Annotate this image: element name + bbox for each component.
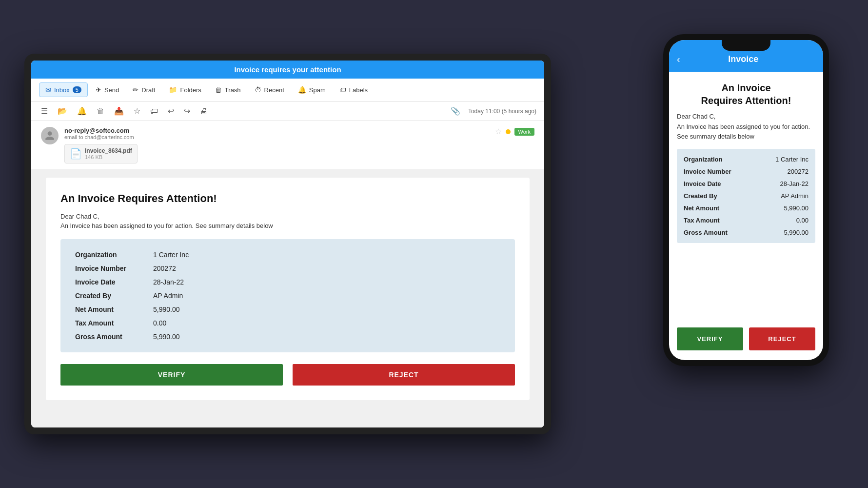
phone-invoice-row-gross: Gross Amount 5,990.00 xyxy=(684,229,809,236)
invoice-row-gross: Gross Amount 5,990.00 xyxy=(75,333,500,341)
phone-back-button[interactable]: ‹ xyxy=(677,54,680,65)
email-content: no-reply@softco.com email to chad@carter… xyxy=(31,121,544,427)
email-body-text: An Invoice has been assigned to you for … xyxy=(60,222,515,229)
label-created: Created By xyxy=(75,292,153,300)
folders-icon: 📁 xyxy=(169,86,177,94)
invoice-row-tax: Tax Amount 0.00 xyxy=(75,319,500,327)
phone-invoice-row-date: Invoice Date 28-Jan-22 xyxy=(684,180,809,187)
label-gross: Gross Amount xyxy=(75,333,153,341)
phone-title: Invoice xyxy=(685,54,802,64)
email-body: An Invoice Requires Attention! Dear Chad… xyxy=(46,178,530,400)
value-date: 28-Jan-22 xyxy=(153,278,184,286)
email-toolbar: ☰ 📂 🔔 🗑 📥 ☆ 🏷 ↩ ↪ 🖨 📎 Today 11:00 (5 hou… xyxy=(31,102,544,121)
draft-icon: ✏ xyxy=(133,86,138,94)
labels-icon: 🏷 xyxy=(339,86,346,94)
reject-button[interactable]: REJECT xyxy=(293,364,515,386)
phone-label-net: Net Amount xyxy=(684,204,719,212)
sender-avatar xyxy=(41,127,59,144)
phone-value-gross: 5,990.00 xyxy=(784,229,809,236)
phone-body-text: An Invoice has been assigned to you for … xyxy=(677,122,815,141)
phone-verify-button[interactable]: VERIFY xyxy=(677,327,743,350)
phone-invoice-row-created: Created By AP Admin xyxy=(684,192,809,200)
phone-label-org: Organization xyxy=(684,156,722,163)
phone-value-org: 1 Carter Inc xyxy=(775,156,809,163)
notification-text: Invoice requires your attention xyxy=(234,65,341,74)
label-number: Invoice Number xyxy=(75,264,153,272)
bell-icon[interactable]: 🔔 xyxy=(75,104,89,118)
spam-icon: 🔔 xyxy=(298,86,306,94)
attachment-icon: 📎 xyxy=(449,104,462,118)
nav-recent[interactable]: ⏱ Recent xyxy=(249,83,290,97)
email-header-row: no-reply@softco.com email to chad@carter… xyxy=(31,121,544,170)
labels-label: Labels xyxy=(349,86,368,94)
phone-label-date: Invoice Date xyxy=(684,180,721,187)
forward-icon[interactable]: ↪ xyxy=(182,104,192,118)
trash-label: Trash xyxy=(225,86,241,94)
tablet-screen: Invoice requires your attention ✉ Inbox … xyxy=(31,61,544,427)
phone-invoice-row-org: Organization 1 Carter Inc xyxy=(684,156,809,163)
value-created: AP Admin xyxy=(153,292,183,300)
send-icon: ✈ xyxy=(96,86,101,94)
nav-send[interactable]: ✈ Send xyxy=(90,83,125,97)
label-org: Organization xyxy=(75,251,153,259)
action-buttons: VERIFY REJECT xyxy=(60,364,515,386)
pdf-icon: 📄 xyxy=(70,148,82,160)
draft-label: Draft xyxy=(141,86,155,94)
spam-label: Spam xyxy=(309,86,326,94)
phone-greeting: Dear Chad C, xyxy=(677,113,815,120)
scene: Invoice requires your attention ✉ Inbox … xyxy=(0,0,868,488)
invoice-row-number: Invoice Number 200272 xyxy=(75,264,500,272)
delete-icon[interactable]: 🗑 xyxy=(95,105,106,118)
phone-invoice-table: Organization 1 Carter Inc Invoice Number… xyxy=(677,149,815,243)
print-icon[interactable]: 🖨 xyxy=(198,105,210,118)
menu-icon[interactable]: ☰ xyxy=(39,104,50,118)
folder-icon[interactable]: 📂 xyxy=(56,104,69,118)
phone-screen: ‹ Invoice An InvoiceRequires Attention! … xyxy=(669,40,823,360)
phone-device: ‹ Invoice An InvoiceRequires Attention! … xyxy=(663,34,829,366)
send-label: Send xyxy=(104,86,119,94)
phone-value-created: AP Admin xyxy=(781,192,809,200)
value-gross: 5,990.00 xyxy=(153,333,180,341)
attachment-name: Invoice_8634.pdf xyxy=(85,147,132,154)
trash-icon: 🗑 xyxy=(215,86,222,94)
phone-notch xyxy=(722,40,770,51)
phone-value-date: 28-Jan-22 xyxy=(780,180,809,187)
phone-label-created: Created By xyxy=(684,192,717,200)
attachment-item[interactable]: 📄 Invoice_8634.pdf 146 KB xyxy=(64,144,138,163)
sender-info: no-reply@softco.com email to chad@carter… xyxy=(64,127,489,163)
phone-invoice-title: An InvoiceRequires Attention! xyxy=(677,81,815,107)
phone-body: An InvoiceRequires Attention! Dear Chad … xyxy=(669,72,823,327)
phone-action-buttons: VERIFY REJECT xyxy=(669,327,823,360)
phone-invoice-row-net: Net Amount 5,990.00 xyxy=(684,204,809,212)
star-toolbar-icon[interactable]: ☆ xyxy=(132,104,142,118)
work-tag[interactable]: Work xyxy=(514,128,534,136)
recent-icon: ⏱ xyxy=(255,86,261,94)
notification-bar: Invoice requires your attention xyxy=(31,61,544,79)
folders-label: Folders xyxy=(180,86,201,94)
nav-spam[interactable]: 🔔 Spam xyxy=(292,83,332,97)
inbox-move-icon[interactable]: 📥 xyxy=(112,104,126,118)
email-timestamp: Today 11:00 (5 hours ago) xyxy=(468,108,536,115)
nav-draft[interactable]: ✏ Draft xyxy=(127,83,161,97)
invoice-row-created: Created By AP Admin xyxy=(75,292,500,300)
phone-reject-button[interactable]: REJECT xyxy=(749,327,815,350)
nav-folders[interactable]: 📁 Folders xyxy=(163,83,207,97)
nav-trash[interactable]: 🗑 Trash xyxy=(209,83,247,97)
verify-button[interactable]: VERIFY xyxy=(60,364,283,386)
sender-to: email to chad@carterinc.com xyxy=(64,134,489,140)
phone-value-net: 5,990.00 xyxy=(784,204,809,212)
phone-invoice-row-tax: Tax Amount 0.00 xyxy=(684,217,809,224)
invoice-row-org: Organization 1 Carter Inc xyxy=(75,251,500,259)
value-net: 5,990.00 xyxy=(153,305,180,313)
reply-icon[interactable]: ↩ xyxy=(166,104,176,118)
phone-value-tax: 0.00 xyxy=(796,217,809,224)
tag-icon[interactable]: 🏷 xyxy=(148,105,160,118)
phone-label-tax: Tax Amount xyxy=(684,217,720,224)
nav-labels[interactable]: 🏷 Labels xyxy=(334,83,374,97)
tablet-device: Invoice requires your attention ✉ Inbox … xyxy=(24,54,551,434)
star-icon[interactable]: ☆ xyxy=(495,127,502,136)
nav-inbox[interactable]: ✉ Inbox 5 xyxy=(39,82,88,97)
email-actions-meta: ☆ Work xyxy=(495,127,534,136)
email-nav: ✉ Inbox 5 ✈ Send ✏ Draft 📁 Folders 🗑 xyxy=(31,79,544,102)
phone-label-number: Invoice Number xyxy=(684,168,731,175)
